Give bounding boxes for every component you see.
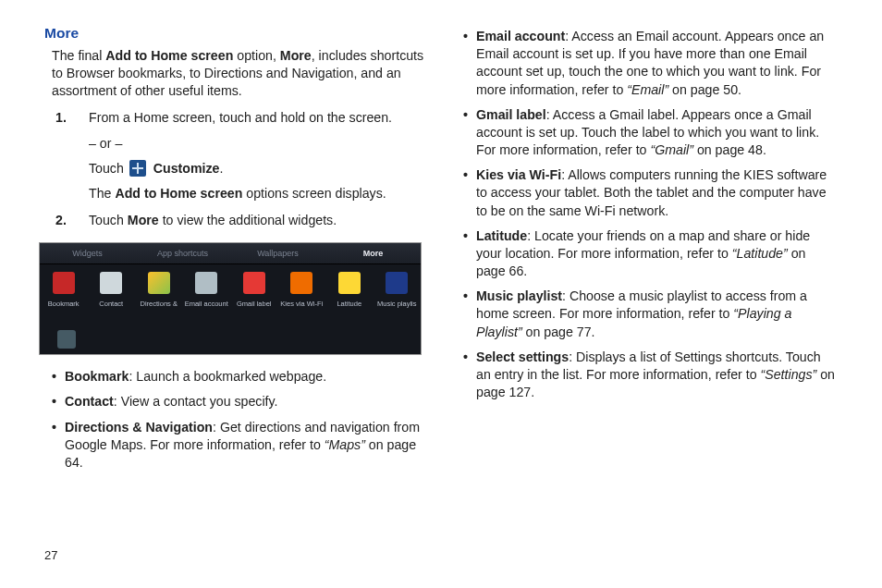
kies-icon <box>290 272 312 294</box>
text-bold: Add to Home screen <box>115 186 242 201</box>
term: Select settings <box>476 349 569 364</box>
left-column: More The final Add to Home screen option… <box>44 24 445 588</box>
shortcut-music: Music playlis <box>374 264 422 328</box>
bullet-gmail: Gmail label: Access a Gmail label. Appea… <box>463 106 838 160</box>
plus-icon <box>129 160 146 177</box>
term: Email account <box>476 29 565 43</box>
right-column: Email account: Access an Email account. … <box>445 24 838 588</box>
step-touch: Touch Customize. <box>89 160 426 178</box>
text: The final <box>52 48 105 63</box>
step-result: The Add to Home screen options screen di… <box>89 185 426 202</box>
bullet-kies: Kies via Wi-Fi: Allows computers running… <box>463 166 838 220</box>
contact-icon <box>100 272 122 294</box>
step-number: 2. <box>55 212 81 229</box>
tab-wallpapers: Wallpapers <box>230 248 325 259</box>
bullet-contact: Contact: View a contact you specify. <box>52 393 426 410</box>
email-icon <box>195 272 217 294</box>
shortcut-bookmark: Bookmark <box>40 264 88 328</box>
tab-app-shortcuts: App shortcuts <box>135 248 230 259</box>
text-bold: More <box>280 48 312 63</box>
right-bullet-list: Email account: Access an Email account. … <box>463 28 838 401</box>
term: Kies via Wi-Fi <box>476 167 561 182</box>
manual-page: More The final Add to Home screen option… <box>0 0 882 588</box>
directions-icon <box>148 272 170 294</box>
term: Bookmark <box>65 369 129 384</box>
bullet-email: Email account: Access an Email account. … <box>463 28 838 99</box>
screenshot-icon-row-2: Select setting <box>40 328 421 354</box>
icon-label: Email account <box>184 300 228 309</box>
music-icon <box>386 272 408 294</box>
definition: : Launch a bookmarked webpage. <box>129 369 326 384</box>
term: Latitude <box>476 228 527 243</box>
icon-label: Kies via Wi-Fi <box>279 300 324 309</box>
device-screenshot: Widgets App shortcuts Wallpapers More Bo… <box>39 242 422 355</box>
intro-paragraph: The final Add to Home screen option, Mor… <box>52 47 426 101</box>
step-1: 1. From a Home screen, touch and hold on… <box>55 109 426 202</box>
bookmark-icon <box>53 272 75 294</box>
text-bold: More <box>128 213 159 227</box>
icon-label: Gmail label <box>232 300 276 309</box>
icon-label: Contact <box>89 300 133 309</box>
screenshot-tabs: Widgets App shortcuts Wallpapers More <box>40 243 421 264</box>
definition: on page 77. <box>522 325 595 339</box>
bullet-bookmark: Bookmark: Launch a bookmarked webpage. <box>52 368 426 386</box>
definition: : View a contact you specify. <box>114 394 278 409</box>
step-2: 2. Touch More to view the additional wid… <box>55 212 426 229</box>
cross-ref: “Maps” <box>325 437 365 452</box>
shortcut-kies: Kies via Wi-Fi <box>278 264 326 328</box>
step-text: From a Home screen, touch and hold on th… <box>89 110 392 125</box>
term: Music playlist <box>476 288 562 303</box>
section-heading: More <box>44 24 426 43</box>
definition: on page 50. <box>668 82 741 97</box>
term: Directions & Navigation <box>65 420 213 435</box>
definition: on page 48. <box>693 142 766 157</box>
term: Gmail label <box>476 107 546 122</box>
page-number: 27 <box>44 547 57 564</box>
step-or: – or – <box>89 135 426 153</box>
bullet-latitude: Latitude: Locate your friends on a map a… <box>463 227 838 281</box>
icon-label: Music playlis <box>374 300 419 309</box>
text: option, <box>233 48 279 63</box>
text: Touch <box>89 213 128 227</box>
bullet-select-settings: Select settings: Displays a list of Sett… <box>463 349 838 402</box>
text: Touch <box>89 161 128 176</box>
cross-ref: “Settings” <box>761 367 817 382</box>
screenshot-icon-row: Bookmark Contact Directions & Email acco… <box>40 264 421 328</box>
text-bold: Customize <box>153 161 220 176</box>
shortcut-gmail: Gmail label <box>230 264 278 328</box>
shortcut-select-settings: Select setting <box>43 328 90 355</box>
bullet-directions: Directions & Navigation: Get directions … <box>52 419 426 472</box>
shortcut-contact: Contact <box>88 264 136 328</box>
icon-label: Latitude <box>327 300 372 309</box>
cross-ref: “Gmail” <box>650 142 693 157</box>
shortcut-directions: Directions & <box>135 264 183 328</box>
settings-icon <box>57 330 76 349</box>
icon-label: Select setting <box>44 354 89 355</box>
text: The <box>89 186 115 201</box>
text: options screen displays. <box>242 186 386 201</box>
bullet-music: Music playlist: Choose a music playlist … <box>463 288 838 341</box>
step-number: 1. <box>55 109 81 127</box>
text: . <box>220 161 224 176</box>
icon-label: Directions & <box>137 300 181 309</box>
tab-more: More <box>325 248 421 259</box>
ordered-steps: 1. From a Home screen, touch and hold on… <box>55 109 426 229</box>
left-bullet-list: Bookmark: Launch a bookmarked webpage. C… <box>52 368 426 472</box>
text: to view the additional widgets. <box>159 213 337 227</box>
icon-label: Bookmark <box>42 300 86 309</box>
term: Contact <box>65 394 114 409</box>
text-bold: Add to Home screen <box>105 48 233 63</box>
cross-ref: “Latitude” <box>732 246 788 261</box>
cross-ref: “Email” <box>627 82 668 97</box>
gmail-icon <box>243 272 265 294</box>
shortcut-latitude: Latitude <box>325 264 374 328</box>
tab-widgets: Widgets <box>40 248 135 259</box>
shortcut-email: Email account <box>183 264 231 328</box>
latitude-icon <box>338 272 361 294</box>
